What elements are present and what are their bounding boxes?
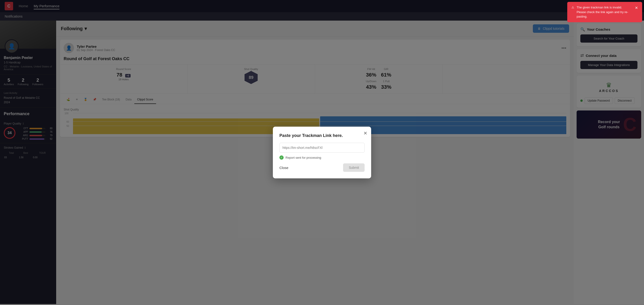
toast-message: The given trackman link is invalid. Plea… [576,5,631,19]
toast-warning-icon: ⚠ [572,5,574,10]
modal-title: Paste your Trackman Link here. [280,133,364,138]
toast-close-button[interactable]: ✕ [635,5,638,11]
modal-success-message: ✓ Report sent for processing [280,156,364,160]
success-text: Report sent for processing [286,156,321,160]
submit-button[interactable]: Submit [343,164,364,172]
modal-overlay: Paste your Trackman Link here. ✕ ✓ Repor… [0,0,644,304]
trackman-link-input[interactable] [280,143,364,152]
modal-close-button[interactable]: ✕ [364,130,368,136]
error-toast: ⚠ The given trackman link is invalid. Pl… [567,2,642,22]
trackman-modal: Paste your Trackman Link here. ✕ ✓ Repor… [273,127,371,178]
close-button[interactable]: Close [280,166,288,170]
modal-actions: Close Submit [280,164,364,172]
success-checkmark-icon: ✓ [280,156,284,160]
